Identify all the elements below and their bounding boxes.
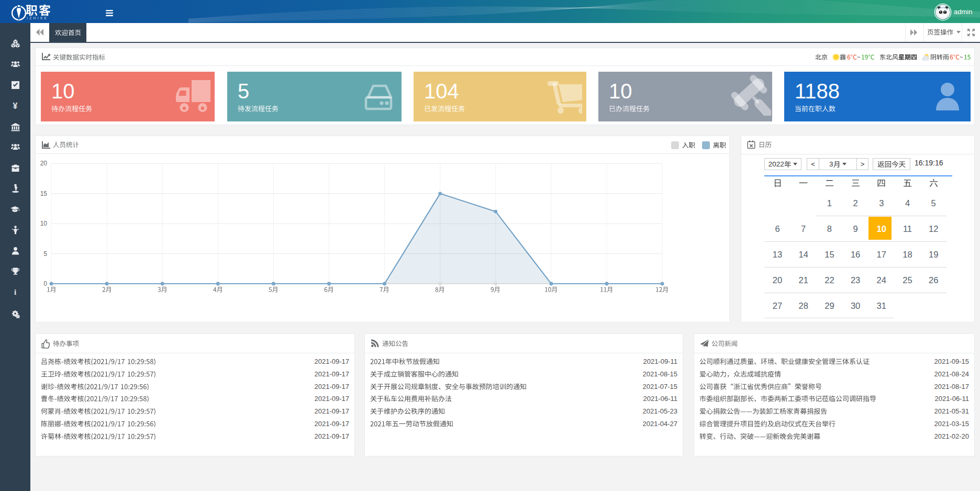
svg-text:15: 15 bbox=[40, 190, 48, 197]
svg-text:5: 5 bbox=[43, 250, 47, 258]
svg-text:20: 20 bbox=[40, 160, 48, 167]
svg-text:10: 10 bbox=[40, 220, 48, 227]
